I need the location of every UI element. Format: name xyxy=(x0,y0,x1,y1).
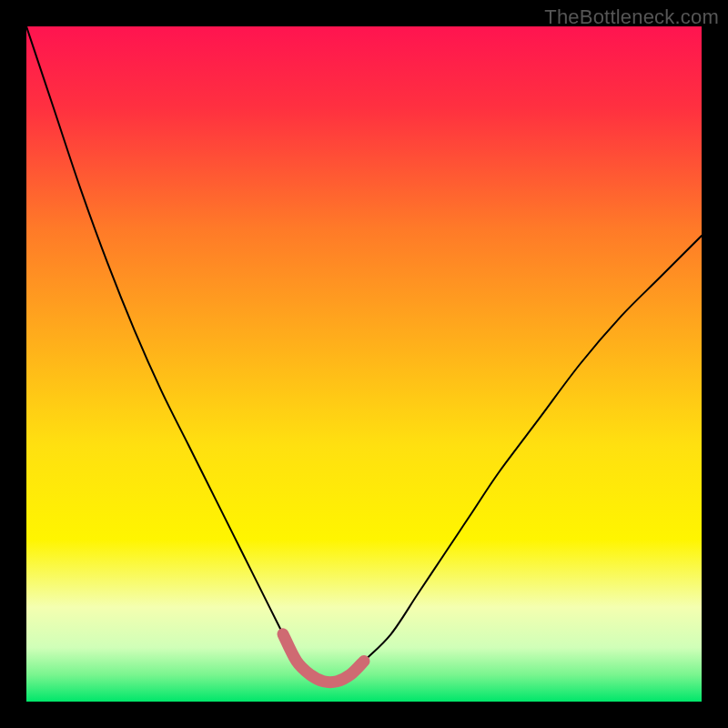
plot-area xyxy=(26,26,702,702)
curve-layer xyxy=(26,26,702,702)
bottleneck-curve xyxy=(26,26,702,682)
optimal-region-highlight xyxy=(283,634,364,682)
watermark-text: TheBottleneck.com xyxy=(544,5,719,29)
chart-stage: TheBottleneck.com xyxy=(0,0,728,728)
